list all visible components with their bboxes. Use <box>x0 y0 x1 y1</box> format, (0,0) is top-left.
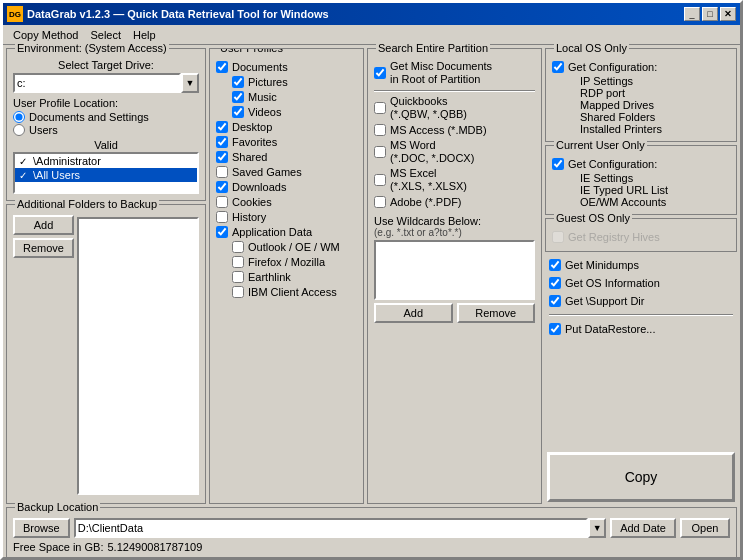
sp-access[interactable]: MS Access (*.MDB) <box>374 123 535 137</box>
valid-label: Valid <box>94 139 118 151</box>
up-appdata-cb[interactable] <box>216 226 228 238</box>
up-documents-cb[interactable] <box>216 61 228 73</box>
path-dropdown-btn[interactable]: ▼ <box>588 518 606 538</box>
path-combo[interactable]: ▼ <box>74 518 606 538</box>
minimize-button[interactable]: _ <box>684 7 700 21</box>
user-all-users[interactable]: \All Users <box>15 168 197 182</box>
sp-quickbooks[interactable]: Quickbooks(*.QBW, *.QBB) <box>374 95 535 121</box>
up-desktop[interactable]: Desktop <box>216 120 357 134</box>
up-videos-cb[interactable] <box>232 106 244 118</box>
up-desktop-cb[interactable] <box>216 121 228 133</box>
open-button[interactable]: Open <box>680 518 730 538</box>
put-datarestore-cb[interactable] <box>549 323 561 335</box>
up-favorites[interactable]: Favorites <box>216 135 357 149</box>
up-appdata[interactable]: Application Data <box>216 225 357 239</box>
browse-button[interactable]: Browse <box>13 518 70 538</box>
drive-combo[interactable]: ▼ <box>13 73 199 93</box>
sp-excel[interactable]: MS Excel(*.XLS, *.XLSX) <box>374 167 535 193</box>
put-datarestore[interactable]: Put DataRestore... <box>549 322 733 336</box>
environment-label: Environment: (System Access) <box>15 42 169 54</box>
radio-users-input[interactable] <box>13 124 25 136</box>
radio-users[interactable]: Users <box>13 124 199 136</box>
sp-misc-docs-cb[interactable] <box>374 67 386 79</box>
local-os-mapped: Mapped Drives <box>580 99 730 111</box>
up-firefox-cb[interactable] <box>232 256 244 268</box>
up-cookies[interactable]: Cookies <box>216 195 357 209</box>
local-os-get-config[interactable]: Get Configuration: <box>552 60 730 74</box>
up-earthlink-cb[interactable] <box>232 271 244 283</box>
up-shared-cb[interactable] <box>216 151 228 163</box>
sp-access-cb[interactable] <box>374 124 386 136</box>
up-downloads[interactable]: Downloads <box>216 180 357 194</box>
sp-word[interactable]: MS Word(*.DOC, *.DOCX) <box>374 139 535 165</box>
up-favorites-cb[interactable] <box>216 136 228 148</box>
sp-word-cb[interactable] <box>374 146 386 158</box>
search-remove-button[interactable]: Remove <box>457 303 536 323</box>
user-administrator[interactable]: \Administrator <box>15 154 197 168</box>
sp-quickbooks-cb[interactable] <box>374 102 386 114</box>
get-os-info-cb[interactable] <box>549 277 561 289</box>
sp-adobe-cb[interactable] <box>374 196 386 208</box>
additional-folders-group: Additional Folders to Backup Add Remove <box>6 204 206 504</box>
up-saved-games[interactable]: Saved Games <box>216 165 357 179</box>
local-os-ip: IP Settings <box>580 75 730 87</box>
drive-dropdown-btn[interactable]: ▼ <box>181 73 199 93</box>
menu-help[interactable]: Help <box>127 27 162 43</box>
user-profiles-label: User Profiles <box>218 48 285 54</box>
up-history[interactable]: History <box>216 210 357 224</box>
menu-select[interactable]: Select <box>84 27 127 43</box>
get-support-dir-cb[interactable] <box>549 295 561 307</box>
copy-button[interactable]: Copy <box>547 452 735 502</box>
current-user-config-cb[interactable] <box>552 158 564 170</box>
get-minidumps-cb[interactable] <box>549 259 561 271</box>
users-listbox[interactable]: \Administrator \All Users <box>13 152 199 194</box>
maximize-button[interactable]: □ <box>702 7 718 21</box>
up-outlook[interactable]: Outlook / OE / WM <box>216 240 357 254</box>
up-cookies-cb[interactable] <box>216 196 228 208</box>
up-firefox[interactable]: Firefox / Mozilla <box>216 255 357 269</box>
add-date-button[interactable]: Add Date <box>610 518 676 538</box>
guest-os-label: Guest OS Only <box>554 212 632 224</box>
up-music-cb[interactable] <box>232 91 244 103</box>
local-os-config-cb[interactable] <box>552 61 564 73</box>
additional-folders-label: Additional Folders to Backup <box>15 198 159 210</box>
drive-input[interactable] <box>13 73 181 93</box>
sp-misc-docs[interactable]: Get Misc Documentsin Root of Partition <box>374 60 535 86</box>
current-user-get-config[interactable]: Get Configuration: <box>552 157 730 171</box>
radio-docs-settings-input[interactable] <box>13 111 25 123</box>
get-os-info[interactable]: Get OS Information <box>549 276 733 290</box>
up-music[interactable]: Music <box>216 90 357 104</box>
get-support-dir[interactable]: Get \Support Dir <box>549 294 733 308</box>
close-button[interactable]: ✕ <box>720 7 736 21</box>
local-os-label: Local OS Only <box>554 42 629 54</box>
up-ibm[interactable]: IBM Client Access <box>216 285 357 299</box>
current-user-label: Current User Only <box>554 139 647 151</box>
up-savedgames-cb[interactable] <box>216 166 228 178</box>
additional-remove-button[interactable]: Remove <box>13 238 74 258</box>
search-add-button[interactable]: Add <box>374 303 453 323</box>
app-icon: DG <box>7 6 23 22</box>
up-downloads-cb[interactable] <box>216 181 228 193</box>
up-outlook-cb[interactable] <box>232 241 244 253</box>
up-shared[interactable]: Shared <box>216 150 357 164</box>
additional-add-button[interactable]: Add <box>13 215 74 235</box>
get-support-dir-label: Get \Support Dir <box>565 294 644 308</box>
window-title: DataGrab v1.2.3 — Quick Data Retrieval T… <box>27 8 684 20</box>
radio-docs-settings[interactable]: Documents and Settings <box>13 111 199 123</box>
backup-location-group: Backup Location Browse ▼ Add Date Open F… <box>6 507 737 560</box>
sp-excel-cb[interactable] <box>374 174 386 186</box>
up-videos[interactable]: Videos <box>216 105 357 119</box>
up-pictures-cb[interactable] <box>232 76 244 88</box>
up-pictures[interactable]: Pictures <box>216 75 357 89</box>
menu-copy-method[interactable]: Copy Method <box>7 27 84 43</box>
up-ibm-cb[interactable] <box>232 286 244 298</box>
up-documents[interactable]: Documents <box>216 60 357 74</box>
get-minidumps[interactable]: Get Minidumps <box>549 258 733 272</box>
up-history-cb[interactable] <box>216 211 228 223</box>
put-datarestore-label: Put DataRestore... <box>565 322 656 336</box>
path-input[interactable] <box>74 518 588 538</box>
current-user-subitems: IE Settings IE Typed URL List OE/WM Acco… <box>552 172 730 208</box>
up-earthlink[interactable]: Earthlink <box>216 270 357 284</box>
guest-os-registry[interactable]: Get Registry Hives <box>552 230 730 244</box>
sp-adobe[interactable]: Adobe (*.PDF) <box>374 195 535 209</box>
